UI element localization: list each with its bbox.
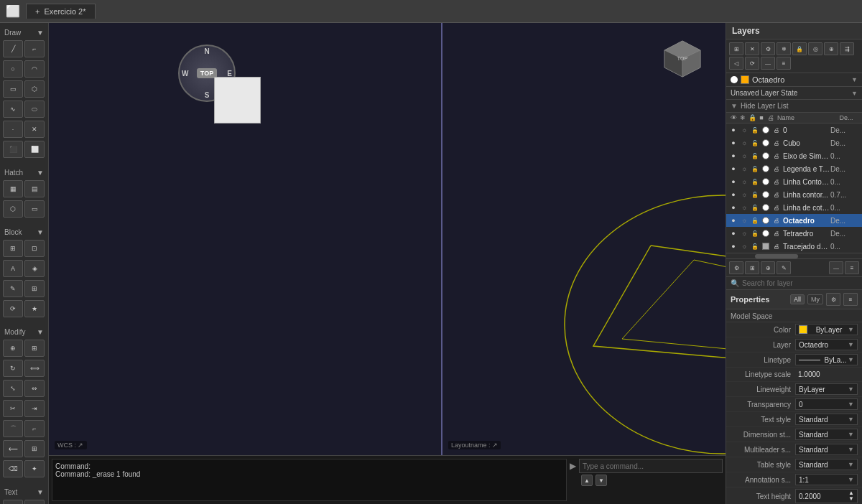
textstyle-dropdown-arrow[interactable]: ▼ <box>848 416 854 423</box>
properties-tab-my[interactable]: My <box>807 294 823 304</box>
layer-eye-icon[interactable]: ● <box>729 164 738 173</box>
fillet-tool[interactable]: ⌒ <box>3 420 23 437</box>
layer-eye-icon[interactable]: ● <box>729 229 738 238</box>
prop-value-transparency[interactable]: 0 ▼ <box>795 398 858 410</box>
layer-btm-btn1[interactable]: ⚙ <box>729 261 743 274</box>
properties-settings-btn[interactable]: ⚙ <box>826 293 840 306</box>
stretch-tool[interactable]: ⇔ <box>24 380 45 397</box>
mtext-tool[interactable]: A <box>3 500 23 504</box>
explode-tool[interactable]: ✦ <box>24 460 45 477</box>
layer-lock-icon[interactable]: 🔓 <box>751 216 759 225</box>
prop-value-layer[interactable]: Octaedro ▼ <box>795 339 858 350</box>
layer-plot-icon[interactable]: 🖨 <box>772 177 781 186</box>
layer-row[interactable]: ● ☼ 🔓 🖨 Cubo De... <box>726 136 862 149</box>
layer-plot-icon[interactable]: 🖨 <box>772 216 781 225</box>
layer-lock-icon[interactable]: 🔓 <box>751 164 759 173</box>
layer-lock-icon[interactable]: 🔓 <box>751 242 759 251</box>
insert-tool[interactable]: ⊞ <box>3 240 23 257</box>
layer-freeze-icon[interactable]: ☼ <box>740 139 749 147</box>
active-tab[interactable]: + Exercicio 2* <box>26 4 96 19</box>
layer-row[interactable]: ● ☼ 🔓 🖨 Linha de cota... 0... <box>726 201 862 214</box>
block-section[interactable]: Block ▼ <box>1 225 47 238</box>
polyline-tool[interactable]: ⌐ <box>24 40 45 57</box>
layer-iso-btn[interactable]: ◎ <box>808 42 822 55</box>
ellipse-tool[interactable]: ⬭ <box>24 101 45 118</box>
layer-plot-icon[interactable]: 🖨 <box>772 139 781 147</box>
layer-row[interactable]: ● ☼ 🔓 🖨 Legenda e Te... De... <box>726 162 862 175</box>
text-tool[interactable]: a <box>24 500 45 504</box>
layer-plot-icon[interactable]: 🖨 <box>772 203 781 212</box>
copy-tool[interactable]: ⊞ <box>24 340 45 357</box>
arc-tool[interactable]: ◠ <box>24 60 45 78</box>
transparency-dropdown-arrow[interactable]: ▼ <box>848 401 854 408</box>
layer-lock-icon[interactable]: 🔓 <box>751 229 759 238</box>
attredef-tool[interactable]: ◈ <box>24 260 45 277</box>
wipeout-tool[interactable]: ⬜ <box>24 141 45 158</box>
rect-tool[interactable]: ▭ <box>3 80 23 98</box>
layer-eye-icon[interactable]: ● <box>729 242 738 251</box>
gradient-tool[interactable]: ▤ <box>24 180 45 197</box>
line-tool[interactable]: ╱ <box>3 40 23 57</box>
prop-value-mleader[interactable]: Standard ▼ <box>795 444 858 455</box>
layer-eye-icon[interactable]: ● <box>729 139 738 147</box>
layer-delete-btn[interactable]: ✕ <box>745 42 759 55</box>
layer-settings-btn[interactable]: ⚙ <box>761 42 775 55</box>
layer-btm-more[interactable]: ≡ <box>845 261 859 274</box>
properties-tab-all[interactable]: All <box>790 294 805 304</box>
prop-value-linetype[interactable]: ByLa... ▼ <box>795 354 858 365</box>
cmd-scroll-up[interactable]: ▲ <box>581 475 593 486</box>
layer-eye-icon[interactable]: ● <box>729 216 738 225</box>
layer-plot-icon[interactable]: 🖨 <box>772 190 781 199</box>
extract-tool[interactable]: ★ <box>24 300 45 317</box>
layer-eye-icon[interactable]: ● <box>729 126 738 134</box>
hide-layer-toggle[interactable]: ▼ Hide Layer List <box>726 100 862 113</box>
layer-more-btn[interactable]: ≡ <box>777 57 791 70</box>
layer-row[interactable]: ● ☼ 🔓 🖨 Linha Contor... 0... <box>726 175 862 188</box>
move-tool[interactable]: ⊕ <box>3 340 23 357</box>
annoscale-dropdown-arrow[interactable]: ▼ <box>848 476 854 483</box>
layer-search-input[interactable] <box>742 279 858 287</box>
viewport-left[interactable]: N S E W TOP <box>49 23 442 455</box>
textheight-down-arrow[interactable]: ▼ <box>848 496 854 502</box>
spline-tool[interactable]: ∿ <box>3 101 23 118</box>
layer-row[interactable]: ● ☼ 🔓 🖨 Tetraedro De... <box>726 227 862 240</box>
layer-row[interactable]: ● ☼ 🔓 🖨 Tracejado de... 0... <box>726 240 862 253</box>
layer-row-active[interactable]: ● ☼ 🔓 🖨 Octaedro De... <box>726 214 862 227</box>
canvas-area[interactable]: N S E W TOP <box>49 23 726 504</box>
properties-more-btn[interactable]: ≡ <box>843 293 858 306</box>
dimstyle-dropdown-arrow[interactable]: ▼ <box>848 431 854 438</box>
draw-section[interactable]: Draw ▼ <box>1 26 47 38</box>
prop-value-textheight[interactable]: 0.2000 ▲ ▼ <box>795 489 858 503</box>
block-def-tool[interactable]: ⊡ <box>24 240 45 257</box>
layer-freeze-icon[interactable]: ☼ <box>740 242 749 251</box>
layer-btm-btn2[interactable]: ⊞ <box>745 261 759 274</box>
active-layer-dropdown-arrow[interactable]: ▼ <box>851 76 858 83</box>
layer-dropdown-arrow[interactable]: ▼ <box>848 341 854 348</box>
mleader-dropdown-arrow[interactable]: ▼ <box>848 446 854 453</box>
layer-refresh-btn[interactable]: ⟳ <box>745 57 759 70</box>
block-edit-tool[interactable]: ✎ <box>3 280 23 297</box>
viewport-right[interactable]: TOP Layoutname : ↗ <box>442 23 726 455</box>
layer-freeze-icon[interactable]: ☼ <box>740 177 749 186</box>
boundary-tool[interactable]: ⬡ <box>3 200 23 218</box>
offset-tool[interactable]: ⟵ <box>3 440 23 457</box>
layer-freeze-icon[interactable]: ☼ <box>740 164 749 173</box>
3d-cube-icon[interactable]: TOP <box>661 37 704 80</box>
layer-lock-btn[interactable]: 🔒 <box>792 42 807 55</box>
layer-freeze-icon[interactable]: ☼ <box>740 229 749 238</box>
scale-tool[interactable]: ⤡ <box>3 380 23 397</box>
point-tool[interactable]: · <box>3 121 23 138</box>
chamfer-tool[interactable]: ⌐ <box>24 420 45 437</box>
modify-section[interactable]: Modify ▼ <box>1 325 47 337</box>
cmd-scroll-down[interactable]: ▼ <box>595 475 607 486</box>
lweight-dropdown-arrow[interactable]: ▼ <box>848 386 854 393</box>
prop-value-textstyle[interactable]: Standard ▼ <box>795 414 858 425</box>
prop-value-annoscale[interactable]: 1:1 ▼ <box>795 474 858 485</box>
circle-tool[interactable]: ○ <box>3 60 23 78</box>
layer-merge-btn[interactable]: ⊕ <box>824 42 838 55</box>
layer-lock-icon[interactable]: 🔓 <box>751 177 759 186</box>
hatch-tool[interactable]: ▦ <box>3 180 23 197</box>
color-dropdown-arrow[interactable]: ▼ <box>848 326 854 333</box>
layer-plot-icon[interactable]: 🖨 <box>772 242 781 251</box>
layer-freeze-btn[interactable]: ❄ <box>777 42 791 55</box>
